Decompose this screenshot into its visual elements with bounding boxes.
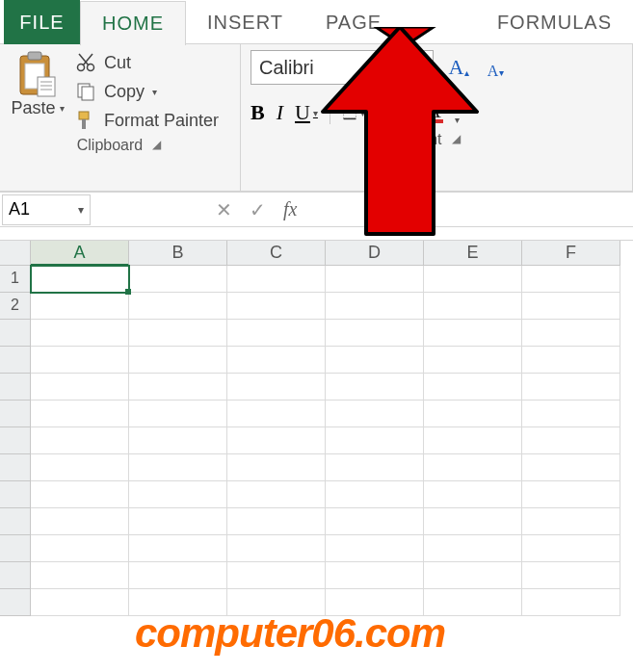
cell-a1[interactable] xyxy=(31,266,129,293)
cell[interactable] xyxy=(522,535,620,562)
col-header-f[interactable]: F xyxy=(522,241,620,266)
cell[interactable] xyxy=(424,266,522,293)
cell[interactable] xyxy=(227,535,326,562)
tab-file[interactable]: FILE xyxy=(4,0,80,44)
row-header[interactable] xyxy=(0,320,31,347)
underline-button[interactable]: U ▾ xyxy=(295,100,318,125)
cell[interactable] xyxy=(129,535,227,562)
tab-home[interactable]: HOME xyxy=(80,1,186,45)
cell[interactable] xyxy=(522,427,620,454)
cell[interactable] xyxy=(424,293,522,320)
cell[interactable] xyxy=(31,347,129,374)
cell[interactable] xyxy=(326,266,424,293)
cell[interactable] xyxy=(129,454,227,481)
cell[interactable] xyxy=(227,401,326,427)
italic-button[interactable]: I xyxy=(277,100,283,125)
cell[interactable] xyxy=(227,320,326,347)
cell[interactable] xyxy=(326,293,424,320)
cell[interactable] xyxy=(424,320,522,347)
cell[interactable] xyxy=(129,347,227,374)
cell[interactable] xyxy=(227,508,326,535)
cell[interactable] xyxy=(522,347,620,374)
font-color-button[interactable]: A xyxy=(424,102,443,123)
cell[interactable] xyxy=(31,508,129,535)
format-painter-button[interactable]: Format Painter xyxy=(75,110,219,131)
cell[interactable] xyxy=(227,427,326,454)
col-header-e[interactable]: E xyxy=(424,241,522,266)
cell[interactable] xyxy=(522,508,620,535)
cell[interactable] xyxy=(522,320,620,347)
cell[interactable] xyxy=(227,562,326,589)
row-header[interactable] xyxy=(0,374,31,401)
cell[interactable] xyxy=(31,427,129,454)
cell[interactable] xyxy=(227,454,326,481)
insert-function-button[interactable]: fx xyxy=(283,198,297,220)
cell[interactable] xyxy=(424,401,522,427)
cell[interactable] xyxy=(326,320,424,347)
row-header-1[interactable]: 1 xyxy=(0,266,31,293)
cell[interactable] xyxy=(129,374,227,401)
tab-formulas[interactable]: FORMULAS xyxy=(476,0,633,44)
cell[interactable] xyxy=(424,454,522,481)
col-header-a[interactable]: A xyxy=(31,241,129,266)
bold-button[interactable]: B xyxy=(251,100,265,125)
fill-color-button[interactable]: ▾ xyxy=(389,101,412,124)
cell[interactable] xyxy=(522,374,620,401)
cell[interactable] xyxy=(129,320,227,347)
copy-button[interactable]: Copy ▾ xyxy=(75,81,219,102)
row-header-2[interactable]: 2 xyxy=(0,293,31,320)
cell[interactable] xyxy=(31,454,129,481)
cell[interactable] xyxy=(326,562,424,589)
cell[interactable] xyxy=(227,374,326,401)
borders-button[interactable]: ▾ xyxy=(342,101,365,124)
cell[interactable] xyxy=(31,481,129,508)
row-header[interactable] xyxy=(0,535,31,562)
name-box[interactable]: A1 ▾ xyxy=(2,194,91,225)
cell[interactable] xyxy=(227,481,326,508)
row-header[interactable] xyxy=(0,427,31,454)
tab-insert[interactable]: INSERT xyxy=(186,0,304,44)
cell[interactable] xyxy=(326,481,424,508)
cell[interactable] xyxy=(129,427,227,454)
cell[interactable] xyxy=(522,266,620,293)
cell[interactable] xyxy=(31,374,129,401)
grow-font-button[interactable]: A▴ xyxy=(445,55,472,80)
cancel-formula-button[interactable]: ✕ xyxy=(216,198,232,221)
cell[interactable] xyxy=(326,374,424,401)
row-header[interactable] xyxy=(0,562,31,589)
cell[interactable] xyxy=(31,562,129,589)
tab-page-layout[interactable]: PAGE LAYOUT xyxy=(304,0,476,44)
row-header[interactable] xyxy=(0,481,31,508)
paste-button[interactable]: Paste ▾ xyxy=(10,50,66,131)
cell[interactable] xyxy=(522,454,620,481)
cell[interactable] xyxy=(522,481,620,508)
cell[interactable] xyxy=(31,293,129,320)
row-header[interactable] xyxy=(0,454,31,481)
formula-input[interactable] xyxy=(297,195,633,224)
cell[interactable] xyxy=(326,347,424,374)
cell[interactable] xyxy=(424,562,522,589)
cell[interactable] xyxy=(522,293,620,320)
select-all-corner[interactable] xyxy=(0,241,31,266)
cell[interactable] xyxy=(424,535,522,562)
cell[interactable] xyxy=(522,562,620,589)
cell[interactable] xyxy=(424,508,522,535)
cell[interactable] xyxy=(227,293,326,320)
cell[interactable] xyxy=(31,535,129,562)
cell[interactable] xyxy=(326,401,424,427)
cell[interactable] xyxy=(326,427,424,454)
cell[interactable] xyxy=(227,266,326,293)
font-dialog-launcher[interactable]: ◢ xyxy=(450,132,462,145)
cell[interactable] xyxy=(326,535,424,562)
cut-button[interactable]: Cut xyxy=(75,52,219,73)
cell[interactable] xyxy=(129,562,227,589)
cell[interactable] xyxy=(227,347,326,374)
cell[interactable] xyxy=(129,293,227,320)
cell[interactable] xyxy=(31,589,129,616)
col-header-d[interactable]: D xyxy=(326,241,424,266)
cell[interactable] xyxy=(522,589,620,616)
row-header[interactable] xyxy=(0,508,31,535)
clipboard-dialog-launcher[interactable]: ◢ xyxy=(150,138,163,151)
font-name-dropdown[interactable]: Calibri ▾ xyxy=(251,50,434,85)
confirm-formula-button[interactable]: ✓ xyxy=(250,198,266,221)
